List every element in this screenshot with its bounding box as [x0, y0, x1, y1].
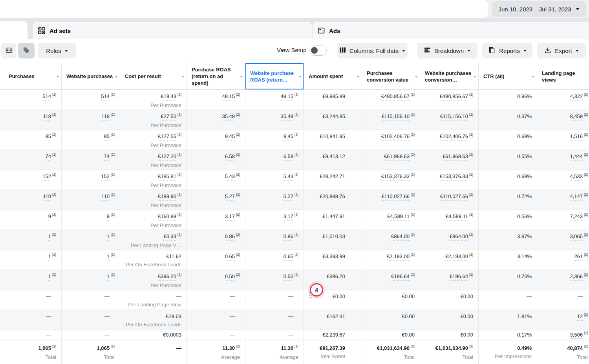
column-header-spent[interactable]: Amount spent: [304, 63, 362, 90]
cell-value[interactable]: €189.90: [158, 193, 176, 200]
cell-lpv[interactable]: 3,065[2]: [537, 230, 589, 250]
cell-web-roas[interactable]: 6.58[2]: [245, 150, 304, 170]
cell-value[interactable]: 118: [43, 113, 51, 120]
cell-wcv[interactable]: €2,193.00[2]: [420, 250, 479, 270]
cell-value[interactable]: €0.33: [163, 233, 176, 240]
cell-website-purchases[interactable]: 152[2]: [62, 170, 120, 190]
cell-roas[interactable]: 0.50[2]: [187, 270, 245, 290]
cell-roas[interactable]: 0.65[2]: [187, 250, 245, 270]
cell-value[interactable]: €153,376.33: [381, 173, 410, 180]
cell-value[interactable]: 0.50: [225, 273, 235, 280]
cell-value[interactable]: 9.45: [225, 133, 235, 140]
reports-button[interactable]: Reports: [482, 43, 532, 58]
cell-web-roas[interactable]: 35.49[2]: [245, 110, 304, 130]
cell-value[interactable]: €2,193.00: [387, 253, 410, 260]
column-header-wcv[interactable]: Website purchases conversion…: [420, 63, 479, 90]
cell-value[interactable]: 110: [43, 193, 51, 200]
columns-button[interactable]: Columns: Full data: [337, 43, 408, 58]
total-roas[interactable]: 11.30[2]Average: [187, 341, 245, 364]
cell-website-purchases[interactable]: 514[2]: [62, 90, 120, 110]
cell-value[interactable]: €102,406.76: [381, 133, 410, 140]
cell-wcv[interactable]: €102,406.76[2]: [420, 130, 479, 150]
tag-button[interactable]: [18, 43, 35, 58]
cell-wcv[interactable]: €480,856.67[2]: [420, 90, 479, 110]
cell-website-purchases[interactable]: 110[2]: [62, 190, 120, 210]
cell-value[interactable]: 1,065: [97, 345, 110, 352]
total-purchases[interactable]: 1,065[2]Total: [4, 341, 62, 364]
cell-value[interactable]: 5.27: [225, 193, 235, 200]
cell-value[interactable]: 48.15: [280, 93, 293, 100]
cell-value[interactable]: 9.45: [284, 133, 293, 140]
cell-lpv[interactable]: 4,533[2]: [537, 170, 589, 190]
cell-wcv[interactable]: €4,589.11[2]: [420, 210, 479, 230]
view-setup-toggle[interactable]: [309, 46, 327, 56]
cell-pcv[interactable]: €196.64[2]: [362, 270, 420, 290]
cell-value[interactable]: 5.27: [284, 193, 293, 200]
cell-value[interactable]: 0.86: [284, 233, 293, 240]
cell-value[interactable]: 1: [48, 233, 51, 240]
cell-value[interactable]: €160.88: [158, 213, 176, 220]
cell-pcv[interactable]: €2,193.00[2]: [362, 250, 420, 270]
cell-value[interactable]: €480,856.67: [381, 93, 410, 100]
cell-web-roas[interactable]: 9.45[2]: [245, 130, 304, 150]
cell-value[interactable]: 0.86: [225, 233, 235, 240]
cell-value[interactable]: 9: [107, 213, 110, 220]
cell-value[interactable]: €864.00: [450, 233, 468, 240]
cell-value[interactable]: 261: [574, 253, 583, 260]
cell-cost[interactable]: €189.90[2]Per Purchase: [120, 190, 187, 210]
cell-pcv[interactable]: €480,856.67[2]: [362, 90, 420, 110]
cell-value[interactable]: 0.65: [284, 253, 293, 260]
cell-value[interactable]: 6.58: [284, 153, 293, 160]
cell-purchases[interactable]: 118[2]: [4, 110, 62, 130]
cell-value[interactable]: 11.30: [222, 345, 235, 352]
cell-website-purchases[interactable]: 85[2]: [62, 130, 120, 150]
cell-lpv[interactable]: 2,366[2]: [537, 270, 589, 290]
cell-lpv[interactable]: 8,459[2]: [537, 110, 589, 130]
total-lpv[interactable]: 40,874[2]Total: [537, 341, 589, 364]
cell-value[interactable]: 74: [104, 153, 110, 160]
cell-pcv[interactable]: €102,406.76[2]: [362, 130, 420, 150]
cell-value[interactable]: €480,856.67: [440, 93, 468, 100]
cell-roas[interactable]: 5.43[2]: [187, 170, 245, 190]
cell-roas[interactable]: 9.45[2]: [187, 130, 245, 150]
cell-value[interactable]: 1: [107, 233, 110, 240]
total-wcv[interactable]: €1,031,634.90[2]Total: [420, 341, 479, 364]
breakdown-button[interactable]: Breakdown: [417, 43, 477, 58]
cell-cost[interactable]: €160.88[2]Per Purchase: [120, 210, 187, 230]
cell-value[interactable]: 12: [577, 313, 583, 320]
cell-value[interactable]: 1,444: [570, 153, 583, 160]
cell-roas[interactable]: 0.86[2]: [187, 230, 245, 250]
column-header-lpv[interactable]: Landing page views: [537, 63, 589, 90]
cell-value[interactable]: 2,366: [570, 273, 583, 280]
cell-roas[interactable]: 6.58[2]: [187, 150, 245, 170]
cell-value[interactable]: 3.17: [225, 213, 235, 220]
cell-pcv[interactable]: €110,027.66[2]: [362, 190, 420, 210]
cell-value[interactable]: 3.17: [284, 213, 293, 220]
cell-pcv[interactable]: €61,968.63[2]: [362, 150, 420, 170]
column-header-roas[interactable]: Purchase ROAS (return on ad spend): [187, 63, 245, 90]
cell-value[interactable]: 4,322: [570, 93, 583, 100]
cell-wcv[interactable]: €864.00[2]: [420, 230, 479, 250]
export-button[interactable]: Export: [537, 43, 586, 58]
cell-cost[interactable]: €127.20[2]Per Purchase: [120, 150, 187, 170]
cell-lpv[interactable]: 12[2]: [537, 310, 589, 330]
total-website-purchases[interactable]: 1,065[2]Total: [62, 341, 120, 364]
date-range-picker[interactable]: Jun 10, 2023 – Jul 31, 2023: [492, 1, 586, 17]
cell-value[interactable]: 1,065: [38, 345, 51, 352]
cell-value[interactable]: 0.50: [284, 273, 293, 280]
cell-roas[interactable]: 3.17[2]: [187, 210, 245, 230]
cell-pcv[interactable]: €864.00[2]: [362, 230, 420, 250]
column-header-ctr[interactable]: CTR (all): [479, 63, 537, 90]
cell-web-roas[interactable]: 0.50[2]: [245, 270, 304, 290]
column-header-pcv[interactable]: Purchases conversion value: [362, 63, 420, 90]
cell-value[interactable]: 40,874: [567, 345, 583, 352]
cell-value[interactable]: €864.00: [391, 233, 410, 240]
cell-value[interactable]: 35.49: [222, 113, 235, 120]
cell-cost[interactable]: €185.81[2]Per Purchase: [120, 170, 187, 190]
cell-purchases[interactable]: 110[2]: [4, 190, 62, 210]
cell-website-purchases[interactable]: 74[2]: [62, 150, 120, 170]
cell-value[interactable]: 74: [46, 153, 51, 160]
cell-wcv[interactable]: €115,156.10[2]: [420, 110, 479, 130]
cell-value[interactable]: 6.58: [225, 153, 235, 160]
cell-value[interactable]: 9: [48, 213, 51, 220]
